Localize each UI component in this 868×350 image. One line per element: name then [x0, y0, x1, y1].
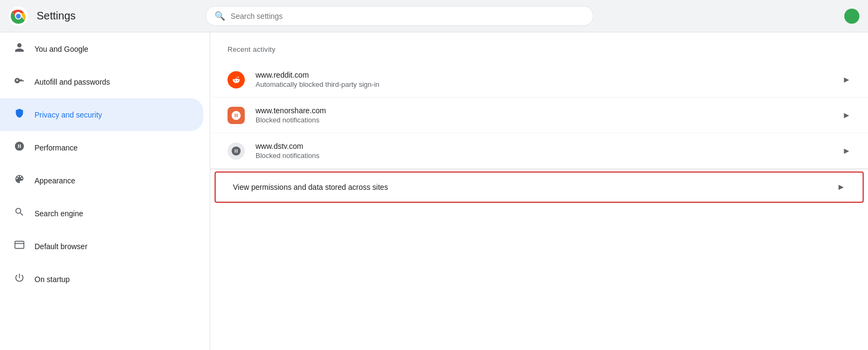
dstv-favicon: [228, 142, 245, 160]
content-area: Recent activity www.reddit.com Automatic…: [210, 32, 868, 350]
search-bar[interactable]: 🔍: [205, 6, 594, 26]
site-url: www.tenorshare.com: [256, 106, 831, 115]
power-icon: [13, 272, 26, 286]
sidebar-item-autofill[interactable]: Autofill and passwords: [0, 65, 203, 98]
site-action: Blocked notifications: [256, 116, 831, 124]
sidebar-item-label-on-startup: On startup: [35, 275, 70, 284]
site-info: www.reddit.com Automatically blocked thi…: [256, 71, 831, 88]
sidebar-item-label-autofill: Autofill and passwords: [35, 78, 110, 86]
search-icon: 🔍: [215, 11, 225, 21]
sidebar-item-appearance[interactable]: Appearance: [0, 164, 203, 197]
sidebar: You and GoogleAutofill and passwordsPriv…: [0, 32, 210, 350]
reddit-favicon: [228, 71, 245, 88]
sidebar-item-label-performance: Performance: [35, 143, 78, 152]
sidebar-item-search-engine[interactable]: Search engine: [0, 197, 203, 230]
shield-icon: [13, 108, 26, 121]
chrome-logo: [9, 6, 28, 26]
sidebar-item-label-appearance: Appearance: [35, 176, 75, 185]
browser-icon: [13, 239, 26, 253]
chevron-right-icon: ►: [842, 111, 851, 120]
page-title: Settings: [37, 10, 75, 22]
person-icon: [13, 42, 26, 56]
activity-list: www.reddit.com Automatically blocked thi…: [210, 62, 868, 169]
key-icon: [13, 75, 26, 88]
chevron-right-icon: ►: [842, 146, 851, 156]
svg-rect-3: [15, 241, 24, 248]
svg-point-2: [16, 13, 21, 18]
section-recent-activity: Recent activity: [210, 32, 868, 62]
sidebar-item-default-browser[interactable]: Default browser: [0, 230, 203, 263]
site-url: www.reddit.com: [256, 71, 831, 79]
site-info: www.dstv.com Blocked notifications: [256, 142, 831, 160]
header-right: [844, 9, 859, 24]
main-layout: You and GoogleAutofill and passwordsPriv…: [0, 32, 868, 350]
profile-avatar[interactable]: [844, 9, 859, 24]
search-icon: [13, 207, 26, 220]
site-action: Blocked notifications: [256, 152, 831, 160]
sidebar-item-you-and-google[interactable]: You and Google: [0, 32, 203, 65]
sidebar-item-on-startup[interactable]: On startup: [0, 263, 203, 296]
list-item[interactable]: www.reddit.com Automatically blocked thi…: [210, 62, 868, 98]
sidebar-item-performance[interactable]: Performance: [0, 131, 203, 164]
gauge-icon: [13, 141, 26, 154]
palette-icon: [13, 174, 26, 187]
sidebar-item-label-you-and-google: You and Google: [35, 45, 88, 53]
sidebar-item-privacy[interactable]: Privacy and security: [0, 98, 203, 131]
site-action: Automatically blocked third-party sign-i…: [256, 80, 831, 88]
sidebar-item-label-privacy: Privacy and security: [35, 111, 102, 119]
site-info: www.tenorshare.com Blocked notifications: [256, 106, 831, 124]
divider: [210, 169, 868, 169]
search-input[interactable]: [231, 12, 584, 20]
sidebar-item-label-default-browser: Default browser: [35, 242, 87, 251]
list-item[interactable]: www.tenorshare.com Blocked notifications…: [210, 98, 868, 133]
tenorshare-favicon: [228, 107, 245, 124]
sidebar-item-label-search-engine: Search engine: [35, 209, 83, 218]
header: Settings 🔍: [0, 0, 868, 32]
list-item[interactable]: www.dstv.com Blocked notifications ►: [210, 133, 868, 169]
view-permissions-label: View permissions and data stored across …: [233, 183, 826, 191]
site-url: www.dstv.com: [256, 142, 831, 150]
chevron-right-icon: ►: [842, 75, 851, 85]
chevron-right-icon: ►: [837, 182, 845, 192]
view-permissions-row[interactable]: View permissions and data stored across …: [215, 171, 864, 203]
